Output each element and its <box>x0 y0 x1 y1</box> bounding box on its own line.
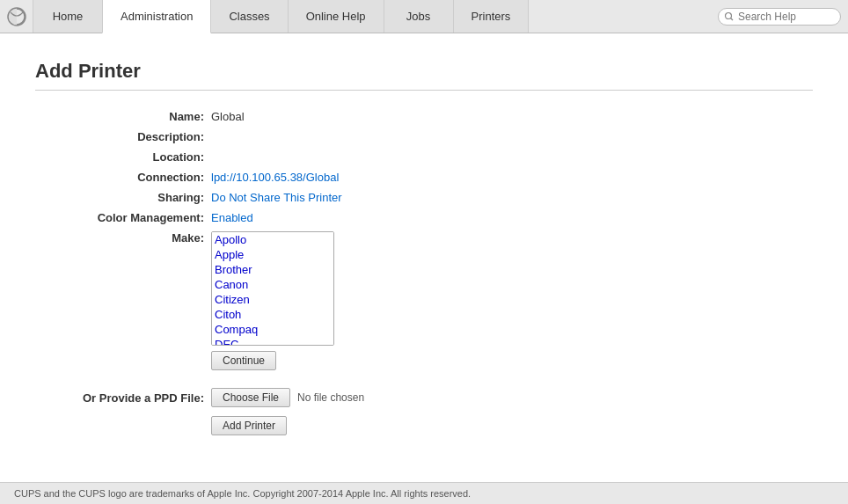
search-area <box>711 0 848 33</box>
sharing-label: Sharing: <box>35 189 211 204</box>
connection-label: Connection: <box>35 169 211 184</box>
location-label: Location: <box>35 149 211 164</box>
make-label: Make: <box>35 230 211 245</box>
make-value: Apollo Apple Brother Canon Citizen Citoh… <box>211 230 813 370</box>
choose-file-button[interactable]: Choose File <box>211 388 290 407</box>
tab-jobs[interactable]: Jobs <box>384 0 454 33</box>
main-content: Add Printer Name: Global Description: Lo… <box>0 33 848 482</box>
form-row-location: Location: <box>35 149 813 164</box>
form-row-sharing: Sharing: Do Not Share This Printer <box>35 189 813 204</box>
connection-link[interactable]: lpd://10.100.65.38/Global <box>211 171 339 184</box>
tab-classes[interactable]: Classes <box>210 0 288 33</box>
sharing-value: Do Not Share This Printer <box>211 189 813 204</box>
make-option-apple[interactable]: Apple <box>212 247 333 262</box>
make-option-apollo[interactable]: Apollo <box>212 232 333 247</box>
form-row-description: Description: <box>35 128 813 143</box>
make-option-citizen[interactable]: Citizen <box>212 292 333 307</box>
ppd-label: Or Provide a PPD File: <box>35 391 211 405</box>
name-label: Name: <box>35 108 211 123</box>
ppd-controls: Choose File No file chosen <box>211 388 364 407</box>
footer-text: CUPS and the CUPS logo are trademarks of… <box>14 488 471 499</box>
form-row-connection: Connection: lpd://10.100.65.38/Global <box>35 169 813 184</box>
make-select[interactable]: Apollo Apple Brother Canon Citizen Citoh… <box>211 231 334 346</box>
name-value: Global <box>211 108 813 123</box>
no-file-text: No file chosen <box>297 391 364 404</box>
continue-button[interactable]: Continue <box>211 351 276 370</box>
navigation-bar: Home Administration Classes Online Help … <box>0 0 848 33</box>
sharing-link[interactable]: Do Not Share This Printer <box>211 191 342 204</box>
description-label: Description: <box>35 128 211 143</box>
form-row-make: Make: Apollo Apple Brother Canon Citizen… <box>35 230 813 370</box>
tab-list: Home Administration Classes Online Help … <box>33 0 711 33</box>
add-printer-row: Add Printer <box>35 416 813 435</box>
tab-online-help[interactable]: Online Help <box>288 0 384 33</box>
make-option-canon[interactable]: Canon <box>212 277 333 292</box>
make-option-citoh[interactable]: Citoh <box>212 307 333 322</box>
connection-value: lpd://10.100.65.38/Global <box>211 169 813 184</box>
location-value <box>211 149 813 150</box>
description-value <box>211 128 813 130</box>
color-management-value: Enabled <box>211 209 813 224</box>
add-printer-button[interactable]: Add Printer <box>211 416 287 435</box>
ppd-section: Or Provide a PPD File: Choose File No fi… <box>35 388 813 407</box>
tab-home[interactable]: Home <box>33 0 103 33</box>
page-title: Add Printer <box>35 60 813 91</box>
search-input[interactable] <box>718 8 841 26</box>
make-option-compaq[interactable]: Compaq <box>212 322 333 337</box>
color-management-link[interactable]: Enabled <box>211 211 253 224</box>
make-option-dec[interactable]: DEC <box>212 337 333 346</box>
tab-administration[interactable]: Administration <box>102 0 211 33</box>
cups-logo <box>0 0 33 33</box>
make-option-brother[interactable]: Brother <box>212 262 333 277</box>
form-row-name: Name: Global <box>35 108 813 123</box>
color-management-label: Color Management: <box>35 209 211 224</box>
form-row-color-management: Color Management: Enabled <box>35 209 813 224</box>
tab-printers[interactable]: Printers <box>453 0 530 33</box>
footer: CUPS and the CUPS logo are trademarks of… <box>0 482 848 504</box>
